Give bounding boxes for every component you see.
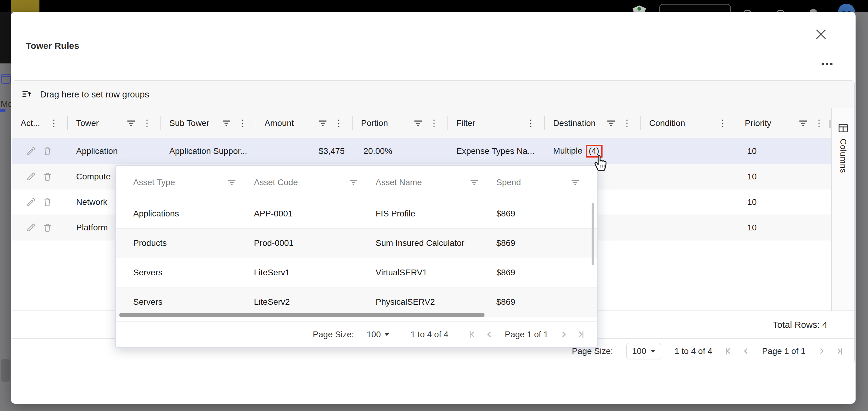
- delete-icon[interactable]: [42, 197, 52, 207]
- list-item[interactable]: Servers LiteServ1 VirtualSERV1 $869: [116, 258, 597, 288]
- first-page-button[interactable]: [470, 331, 475, 338]
- user-avatar[interactable]: [838, 4, 855, 12]
- underlay-button: [1, 359, 10, 382]
- cell-amount: $3,475: [256, 146, 352, 156]
- page-size-select[interactable]: 100: [367, 330, 390, 340]
- last-page-button[interactable]: [578, 331, 583, 338]
- row-actions: [12, 146, 68, 156]
- horizontal-scrollbar-thumb[interactable]: [119, 313, 485, 317]
- page-size-select[interactable]: 100: [626, 343, 661, 359]
- filter-active-icon[interactable]: [127, 120, 135, 126]
- column-menu-icon[interactable]: ⋮: [718, 118, 727, 128]
- col-header-amount[interactable]: Amount ⋮: [256, 108, 352, 138]
- columns-panel-label: Columns: [838, 139, 848, 173]
- filter-icon[interactable]: [571, 179, 579, 185]
- next-page-button[interactable]: [561, 332, 565, 336]
- popup-col-asset-code[interactable]: Asset Code: [254, 178, 376, 187]
- filter-icon[interactable]: [470, 179, 478, 185]
- filter-active-icon[interactable]: [222, 120, 230, 126]
- col-header-condition[interactable]: Condition ⋮: [641, 108, 736, 138]
- page-indicator: Page 1 of 1: [762, 346, 806, 356]
- col-header-tower[interactable]: Tower ⋮: [68, 108, 161, 138]
- previous-page-button[interactable]: [488, 332, 492, 336]
- cell-priority: 10: [736, 146, 833, 156]
- chevron-left-icon: [744, 348, 749, 354]
- chevron-right-icon: [835, 348, 841, 354]
- first-page-button[interactable]: [726, 348, 732, 355]
- next-page-button[interactable]: [819, 349, 823, 353]
- list-item[interactable]: Servers LiteServ2 PhysicalSERV2 $869: [116, 288, 597, 317]
- row-group-hint: Drag here to set row groups: [40, 90, 149, 99]
- popup-col-asset-name[interactable]: Asset Name: [376, 178, 496, 187]
- filter-active-icon[interactable]: [319, 120, 327, 126]
- search-icon[interactable]: [743, 10, 752, 12]
- cell-portion: 20.00%: [352, 146, 448, 156]
- last-page-button[interactable]: [836, 348, 842, 355]
- column-menu-icon[interactable]: ⋮: [622, 118, 632, 128]
- filter-active-icon[interactable]: [799, 120, 807, 126]
- underlay-left-header: [0, 12, 11, 63]
- delete-icon[interactable]: [42, 223, 52, 233]
- table-row[interactable]: Application Application Suppor... $3,475…: [12, 139, 833, 164]
- popup-rows: Applications APP-0001 FIS Profile $869 P…: [116, 199, 597, 317]
- calendar-icon: [1, 74, 11, 84]
- vertical-scrollbar-thumb[interactable]: [592, 203, 594, 265]
- column-menu-icon[interactable]: ⋮: [526, 118, 535, 128]
- column-menu-icon[interactable]: ⋮: [814, 118, 824, 128]
- row-actions: [12, 172, 68, 181]
- edit-icon[interactable]: [26, 223, 36, 233]
- total-rows-label: Total Rows: 4: [773, 320, 827, 330]
- previous-page-button[interactable]: [745, 349, 749, 353]
- column-menu-icon[interactable]: ⋮: [49, 118, 59, 128]
- row-range-label: 1 to 4 of 4: [675, 346, 712, 356]
- column-menu-icon[interactable]: ⋮: [334, 118, 343, 128]
- notifications-bell-icon[interactable]: [809, 9, 817, 12]
- col-header-portion[interactable]: Portion ⋮: [352, 108, 448, 138]
- filter-icon[interactable]: [228, 179, 236, 185]
- col-header-destination[interactable]: Destination ⋮: [545, 108, 641, 138]
- row-range-label: 1 to 4 of 4: [410, 330, 448, 340]
- popup-col-asset-type[interactable]: Asset Type: [133, 178, 254, 187]
- list-item[interactable]: Applications APP-0001 FIS Profile $869: [116, 199, 597, 229]
- delete-icon[interactable]: [42, 172, 52, 181]
- edit-icon[interactable]: [26, 146, 36, 156]
- filter-active-icon[interactable]: [414, 120, 422, 126]
- columns-icon: [837, 122, 849, 134]
- chevron-down-icon: [650, 350, 655, 353]
- edit-icon[interactable]: [26, 197, 36, 207]
- more-options-button[interactable]: [822, 60, 840, 68]
- row-group-drop-zone[interactable]: Drag here to set row groups: [12, 81, 854, 108]
- popup-col-spend[interactable]: Spend: [496, 178, 597, 187]
- column-menu-icon[interactable]: ⋮: [429, 118, 439, 128]
- row-groups-icon: [22, 90, 32, 99]
- chevron-left-icon: [487, 331, 493, 337]
- columns-tool-panel-button[interactable]: Columns: [831, 108, 854, 311]
- tower-rules-modal: Tower Rules Drag here to set row groups …: [11, 12, 856, 404]
- close-button[interactable]: [814, 27, 828, 41]
- filter-icon[interactable]: [349, 179, 358, 185]
- page-indicator: Page 1 of 1: [505, 330, 548, 340]
- col-header-filter[interactable]: Filter ⋮: [448, 108, 545, 138]
- cell-filter: Expense Types Na...: [448, 146, 545, 156]
- col-header-sub-tower[interactable]: Sub Tower ⋮: [161, 108, 256, 138]
- list-item[interactable]: Products Prod-0001 Sum Insured Calculato…: [116, 229, 597, 258]
- close-icon: [814, 27, 828, 41]
- cell-priority: 10: [736, 223, 833, 233]
- col-header-actions[interactable]: Act... ⋮: [12, 108, 68, 138]
- filter-active-icon[interactable]: [607, 120, 615, 126]
- chevron-right-icon: [560, 331, 565, 337]
- modal-title: Tower Rules: [26, 41, 79, 51]
- page-size-label: Page Size:: [313, 330, 354, 340]
- delete-icon[interactable]: [42, 146, 52, 156]
- edit-icon[interactable]: [26, 172, 36, 181]
- column-menu-icon[interactable]: ⋮: [142, 118, 152, 128]
- col-header-priority[interactable]: Priority ⋮: [736, 108, 833, 138]
- column-menu-icon[interactable]: ⋮: [238, 118, 247, 128]
- ai-assistant-button[interactable]: [659, 4, 731, 12]
- chevron-right-icon: [818, 348, 824, 354]
- cell-priority: 10: [736, 172, 833, 181]
- help-icon[interactable]: [776, 10, 785, 12]
- popup-pagination: Page Size: 100 1 to 4 of 4 Page 1 of 1: [116, 321, 597, 347]
- finops-badge-dot: [638, 7, 641, 11]
- chevron-right-icon: [577, 331, 582, 337]
